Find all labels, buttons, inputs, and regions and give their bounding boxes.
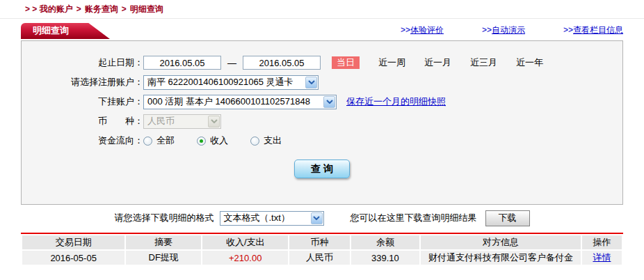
cell-action: 详情 bbox=[582, 251, 622, 265]
tab-row: 明细查询 >>体验评价 >>自动演示 >>查看栏目信息 bbox=[21, 23, 623, 39]
date-from-input[interactable] bbox=[143, 56, 221, 70]
snapshot-link[interactable]: 保存近一个月的明细快照 bbox=[346, 95, 446, 108]
sub-account-value: 000 活期 基本户 1406600101102571848 bbox=[147, 95, 310, 108]
quick-range-today[interactable]: 当日 bbox=[332, 56, 360, 69]
date-range-label: 起止日期： bbox=[22, 56, 143, 69]
link-experience-rating[interactable]: >>体验评价 bbox=[401, 24, 444, 36]
flow-option-label: 收入 bbox=[210, 134, 228, 147]
sub-account-label: 下挂账户： bbox=[22, 95, 143, 108]
cell-amount: +210.00 bbox=[202, 251, 288, 265]
breadcrumb-separator: > bbox=[73, 4, 85, 14]
registered-account-row: 请选择注册账户： 南平 6222001406100921065 灵通卡 bbox=[22, 75, 622, 90]
tab-detail-query[interactable]: 明细查询 bbox=[21, 23, 110, 39]
results-table: 交易日期 摘要 收入/支出 币种 余额 对方信息 操作 2016-05-05 D… bbox=[21, 234, 623, 266]
table-header-row: 交易日期 摘要 收入/支出 币种 余额 对方信息 操作 bbox=[22, 235, 622, 249]
download-format-select-wrap: 文本格式（.txt） bbox=[220, 211, 324, 226]
cell-summary: DF提现 bbox=[126, 251, 201, 265]
registered-account-label: 请选择注册账户： bbox=[22, 76, 143, 88]
radio-checked-icon[interactable] bbox=[197, 137, 206, 146]
query-button[interactable]: 查 询 bbox=[294, 160, 350, 178]
table-row: 2016-05-05 DF提现 +210.00 人民币 339.10 财付通支付… bbox=[22, 251, 622, 265]
link-prefix: >> bbox=[482, 25, 492, 35]
header-currency: 币种 bbox=[289, 235, 349, 249]
download-row: 请您选择下载明细的格式 文本格式（.txt） 您可以在这里下载查询明细结果 下载 bbox=[21, 210, 623, 226]
header-balance: 余额 bbox=[351, 235, 420, 249]
select-arrow-button[interactable] bbox=[323, 96, 335, 108]
breadcrumb: > > 我的账户>账务查询>明细查询 bbox=[0, 0, 644, 19]
radio-icon[interactable] bbox=[143, 137, 152, 146]
flow-option-label: 全部 bbox=[156, 134, 175, 147]
breadcrumb-item-my-account[interactable]: 我的账户 bbox=[40, 4, 73, 14]
chevron-down-icon bbox=[211, 119, 218, 123]
chevron-down-icon bbox=[308, 80, 315, 84]
flow-option-expense[interactable]: 支出 bbox=[250, 134, 282, 147]
link-prefix: >> bbox=[563, 25, 573, 35]
page: > > 我的账户>账务查询>明细查询 明细查询 >>体验评价 >>自动演示 >>… bbox=[0, 0, 644, 280]
quick-range-year[interactable]: 近一年 bbox=[516, 56, 543, 69]
link-label: 自动演示 bbox=[492, 25, 525, 35]
header-income-expense: 收入/支出 bbox=[202, 235, 288, 249]
fund-flow-label: 资金流向： bbox=[22, 134, 143, 147]
link-auto-demo[interactable]: >>自动演示 bbox=[482, 24, 525, 36]
flow-option-income[interactable]: 收入 bbox=[197, 134, 228, 147]
link-view-column-info[interactable]: >>查看栏目信息 bbox=[563, 24, 623, 36]
currency-label: 币 种： bbox=[22, 115, 143, 127]
quick-range-week[interactable]: 近一周 bbox=[378, 56, 405, 69]
select-arrow-button[interactable] bbox=[305, 77, 317, 88]
registered-account-value: 南平 6222001406100921065 灵通卡 bbox=[147, 76, 293, 88]
download-hint: 您可以在这里下载查询明细结果 bbox=[351, 212, 477, 224]
flow-option-all[interactable]: 全部 bbox=[143, 134, 175, 147]
chevron-down-icon bbox=[313, 216, 320, 220]
header-links: >>体验评价 >>自动演示 >>查看栏目信息 bbox=[362, 24, 623, 39]
date-to-input[interactable] bbox=[243, 56, 321, 70]
breadcrumb-separator: > bbox=[118, 4, 130, 14]
content: 明细查询 >>体验评价 >>自动演示 >>查看栏目信息 起止日期： — 当日 近… bbox=[21, 23, 623, 266]
sub-account-row: 下挂账户： 000 活期 基本户 1406600101102571848 保存近… bbox=[22, 94, 622, 109]
detail-link[interactable]: 详情 bbox=[593, 252, 611, 263]
registered-account-select[interactable]: 南平 6222001406100921065 灵通卡 bbox=[143, 75, 319, 90]
breadcrumb-item-detail-query[interactable]: 明细查询 bbox=[130, 4, 163, 14]
download-button[interactable]: 下载 bbox=[485, 210, 530, 226]
fund-flow-row: 资金流向： 全部 收入 支出 bbox=[22, 133, 622, 148]
flow-option-label: 支出 bbox=[264, 134, 282, 147]
breadcrumb-prefix: > > bbox=[25, 4, 40, 14]
breadcrumb-item-account-query[interactable]: 账务查询 bbox=[85, 4, 118, 14]
currency-row: 币 种： 人民币 bbox=[22, 114, 622, 129]
download-format-select[interactable]: 文本格式（.txt） bbox=[220, 211, 324, 226]
date-separator: — bbox=[227, 58, 236, 68]
quick-range-month[interactable]: 近一月 bbox=[424, 56, 451, 69]
select-arrow-button-disabled bbox=[208, 116, 220, 127]
currency-value: 人民币 bbox=[147, 115, 175, 127]
cell-currency: 人民币 bbox=[289, 251, 349, 265]
header-action: 操作 bbox=[582, 235, 622, 249]
header-counterparty: 对方信息 bbox=[421, 235, 581, 249]
query-form-panel: 起止日期： — 当日 近一周 近一月 近三月 近一年 请选择注册账户： 南平 6… bbox=[21, 40, 623, 205]
cell-counterparty: 财付通支付科技有限公司客户备付金 bbox=[421, 251, 581, 265]
header-summary: 摘要 bbox=[126, 235, 201, 249]
chevron-down-icon bbox=[326, 100, 333, 104]
header-trade-date: 交易日期 bbox=[22, 235, 124, 249]
select-arrow-button[interactable] bbox=[311, 212, 323, 224]
sub-account-select[interactable]: 000 活期 基本户 1406600101102571848 bbox=[143, 95, 337, 109]
quick-range-quarter[interactable]: 近三月 bbox=[470, 56, 497, 69]
link-prefix: >> bbox=[401, 25, 410, 35]
radio-icon[interactable] bbox=[250, 137, 259, 146]
link-label: 体验评价 bbox=[410, 25, 444, 35]
cell-balance: 339.10 bbox=[351, 251, 420, 265]
link-label: 查看栏目信息 bbox=[573, 25, 623, 35]
cell-trade-date: 2016-05-05 bbox=[22, 251, 124, 265]
date-range-row: 起止日期： — 当日 近一周 近一月 近三月 近一年 bbox=[22, 55, 622, 70]
currency-select-disabled: 人民币 bbox=[143, 114, 221, 129]
download-format-label: 请您选择下载明细的格式 bbox=[115, 212, 214, 224]
download-format-value: 文本格式（.txt） bbox=[224, 212, 290, 224]
